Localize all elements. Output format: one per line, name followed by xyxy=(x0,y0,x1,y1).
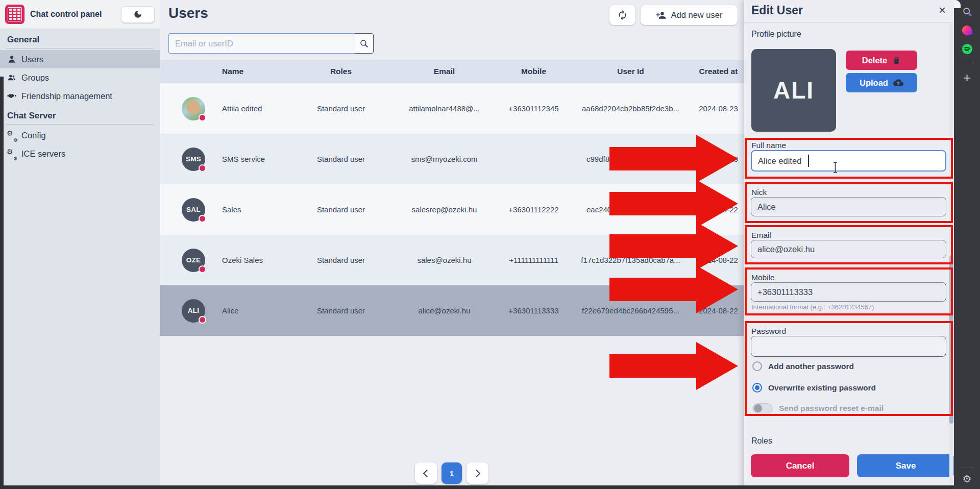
mobile-input[interactable] xyxy=(751,282,946,302)
table-row[interactable]: OZE Ozeki Sales Standard user sales@ozek… xyxy=(160,235,744,285)
search-button[interactable] xyxy=(355,33,374,54)
full-name-input[interactable] xyxy=(751,150,946,172)
divider xyxy=(6,124,154,125)
save-button[interactable]: Save xyxy=(857,454,954,477)
delete-picture-button[interactable]: Delete xyxy=(846,51,917,70)
divider xyxy=(6,48,154,48)
cell-name: Alice xyxy=(216,306,292,315)
password-label: Password xyxy=(751,327,786,336)
browser-sidebar: + ⚙ xyxy=(954,0,980,489)
cell-name: Sales xyxy=(216,205,292,214)
sidebar: Chat control panel General Users Groups … xyxy=(0,0,160,489)
mobile-helper-text: International format (e.g.: +36201234567… xyxy=(751,303,874,311)
cell-role: Standard user xyxy=(292,155,389,163)
cell-created: 2024-08-23 xyxy=(693,104,744,113)
cell-user-id: f17c1d322b7f135ad0cab7a... xyxy=(568,256,693,264)
main-content: Users Add new user Name Roles Email Mobi… xyxy=(160,0,744,489)
cell-role: Standard user xyxy=(292,104,389,113)
refresh-button[interactable] xyxy=(609,5,635,25)
sidebar-item-friendship-management[interactable]: Friendship management xyxy=(0,87,160,105)
users-icon xyxy=(7,73,16,82)
aria-ai-icon[interactable] xyxy=(961,25,973,36)
radio-checked-icon[interactable] xyxy=(752,383,762,393)
table-row[interactable]: Attila edited Standard user attilamolnar… xyxy=(160,83,744,134)
send-reset-email-option: Send password reset e-mail xyxy=(752,403,884,413)
cell-email: alice@ozeki.hu xyxy=(389,306,499,315)
presence-dot xyxy=(199,215,206,223)
nick-input[interactable] xyxy=(751,197,946,216)
radio-unchecked-icon[interactable] xyxy=(752,361,762,371)
col-roles: Roles xyxy=(292,67,389,76)
section-label-general: General xyxy=(0,29,160,48)
cell-name: Ozeki Sales xyxy=(216,256,292,264)
sidebar-item-label: Users xyxy=(21,55,43,64)
panel-title: Edit User xyxy=(751,4,803,17)
full-name-label: Full name xyxy=(751,141,786,150)
presence-dot xyxy=(199,164,206,172)
sidebar-item-groups[interactable]: Groups xyxy=(0,68,160,87)
sidebar-item-ice-servers[interactable]: ⚙⚙ ICE servers xyxy=(0,144,160,163)
add-another-password-option: Add another password xyxy=(752,361,854,371)
password-input[interactable] xyxy=(751,336,946,357)
cell-role: Standard user xyxy=(292,256,389,264)
sidebar-item-config[interactable]: ⚙⚙ Config xyxy=(0,126,160,144)
app-logo-icon xyxy=(5,5,24,24)
user-icon xyxy=(7,55,16,64)
pagination: 1 xyxy=(160,462,744,484)
add-sidebar-item-icon[interactable]: + xyxy=(963,71,971,84)
user-search xyxy=(168,33,374,54)
sidebar-header: Chat control panel xyxy=(0,0,160,29)
cell-name: Attila edited xyxy=(216,104,292,113)
table-row-selected[interactable]: ALI Alice Standard user alice@ozeki.hu +… xyxy=(160,285,744,336)
gears-icon: ⚙⚙ xyxy=(7,149,16,158)
sidebar-item-label: Config xyxy=(21,131,46,140)
scrollbar-thumb[interactable] xyxy=(949,255,953,424)
cancel-button[interactable]: Cancel xyxy=(751,454,849,477)
nick-label: Nick xyxy=(751,188,767,197)
cell-created: 2024-08-22 xyxy=(693,205,744,214)
email-label: Email xyxy=(751,231,771,240)
presence-dot xyxy=(199,265,206,273)
app-title: Chat control panel xyxy=(30,10,115,19)
add-new-user-button[interactable]: Add new user xyxy=(641,5,738,25)
panel-scrollbar[interactable] xyxy=(949,23,953,484)
search-input[interactable] xyxy=(168,33,355,54)
settings-gear-icon[interactable]: ⚙ xyxy=(963,473,972,485)
cell-email: sms@myozeki.com xyxy=(389,155,499,163)
close-icon[interactable]: × xyxy=(939,2,946,18)
table-header: Name Roles Email Mobile User Id Created … xyxy=(160,60,744,83)
col-user-id: User Id xyxy=(568,67,693,76)
chevron-right-icon xyxy=(473,469,481,477)
refresh-icon xyxy=(617,10,628,20)
table-row[interactable]: SMS SMS service Standard user sms@myozek… xyxy=(160,134,744,184)
dark-mode-toggle[interactable] xyxy=(121,6,155,23)
search-icon xyxy=(359,39,369,48)
cell-user-id: eac2402f8 xyxy=(568,205,693,214)
text-caret xyxy=(808,155,809,167)
page-1-button[interactable]: 1 xyxy=(442,462,462,484)
spotify-icon[interactable] xyxy=(962,43,973,55)
divider xyxy=(961,468,974,468)
toggle-off-icon[interactable] xyxy=(752,403,773,413)
avatar xyxy=(182,97,205,120)
table-row[interactable]: SAL Sales Standard user salesrep@ozeki.h… xyxy=(160,184,744,235)
prev-page-button[interactable] xyxy=(415,462,437,484)
next-page-button[interactable] xyxy=(467,462,488,484)
divider xyxy=(744,22,954,22)
sidebar-item-label: ICE servers xyxy=(21,149,65,159)
sidebar-item-users[interactable]: Users xyxy=(0,50,160,68)
col-email: Email xyxy=(389,67,499,76)
avatar: SAL xyxy=(182,198,205,222)
profile-avatar: ALI xyxy=(751,49,836,132)
cell-user-id: aa68d2204cb2bb85f2de3b... xyxy=(568,104,693,113)
cell-mobile: +36301113333 xyxy=(499,306,568,315)
upload-picture-button[interactable]: Upload xyxy=(846,73,917,92)
app-window: Chat control panel General Users Groups … xyxy=(0,0,980,489)
search-icon[interactable] xyxy=(962,6,973,17)
chevron-left-icon xyxy=(423,469,431,477)
cell-email: attilamolnar4488@... xyxy=(389,104,499,113)
cell-name: SMS service xyxy=(216,155,292,163)
email-input[interactable] xyxy=(751,240,946,258)
cell-user-id: c99df8971 xyxy=(568,155,693,163)
overwrite-password-label: Overwrite existing password xyxy=(768,383,876,393)
